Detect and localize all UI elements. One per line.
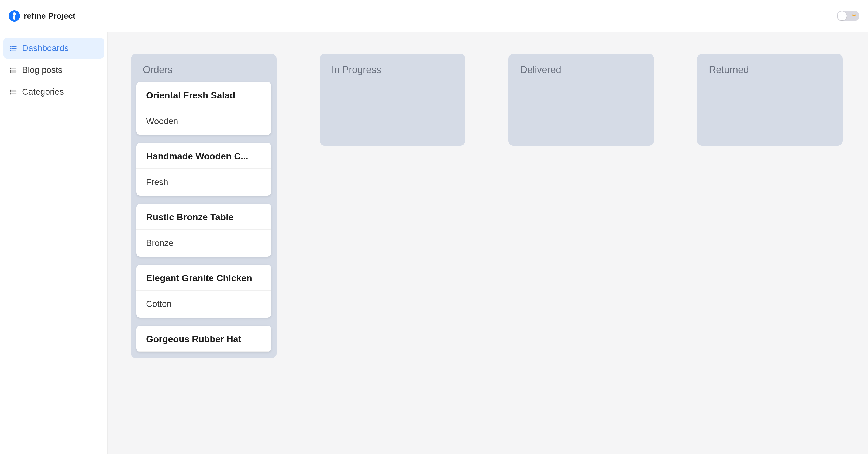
list-icon — [10, 44, 17, 52]
sidebar-item-blog-posts[interactable]: Blog posts — [3, 60, 104, 80]
sidebar-item-label: Dashboards — [22, 43, 69, 53]
app-shell: Dashboards Blog posts — [0, 32, 868, 454]
sun-icon: ☀ — [851, 12, 857, 20]
sidebar: Dashboards Blog posts — [0, 32, 108, 454]
refine-logo-icon — [9, 10, 20, 22]
app-header: refine Project ☀ — [0, 0, 868, 32]
sidebar-item-dashboards[interactable]: Dashboards — [3, 38, 104, 59]
svg-point-3 — [10, 46, 11, 47]
card-sub: Cotton — [136, 291, 271, 317]
card-title: Handmade Wooden C... — [136, 143, 271, 169]
column-title: In Progress — [325, 61, 460, 82]
column-title: Delivered — [514, 61, 649, 82]
card-title: Elegant Granite Chicken — [136, 265, 271, 291]
column-title: Returned — [703, 61, 837, 82]
column-returned[interactable]: Returned — [697, 54, 843, 146]
svg-point-10 — [10, 69, 11, 70]
card-sub: Bronze — [136, 230, 271, 256]
svg-point-16 — [10, 91, 11, 92]
svg-point-9 — [10, 68, 11, 68]
svg-point-5 — [10, 50, 11, 51]
card-sub: Fresh — [136, 169, 271, 196]
sidebar-item-label: Categories — [22, 87, 64, 97]
svg-point-15 — [10, 90, 11, 90]
card-title: Gorgeous Rubber Hat — [136, 326, 271, 352]
kanban-board: Orders Oriental Fresh Salad Wooden Handm… — [131, 54, 845, 432]
list-icon — [10, 66, 17, 74]
svg-point-4 — [10, 48, 11, 49]
board-area: Orders Oriental Fresh Salad Wooden Handm… — [108, 32, 868, 454]
svg-point-17 — [10, 93, 11, 94]
list-icon — [10, 88, 17, 96]
order-card[interactable]: Oriental Fresh Salad Wooden — [136, 82, 271, 135]
card-title: Rustic Bronze Table — [136, 204, 271, 230]
sidebar-item-categories[interactable]: Categories — [3, 82, 104, 102]
svg-point-11 — [10, 71, 11, 72]
order-card[interactable]: Elegant Granite Chicken Cotton — [136, 265, 271, 317]
order-card[interactable]: Gorgeous Rubber Hat — [136, 326, 271, 352]
column-in-progress[interactable]: In Progress — [320, 54, 465, 146]
order-card[interactable]: Rustic Bronze Table Bronze — [136, 204, 271, 256]
column-orders[interactable]: Orders Oriental Fresh Salad Wooden Handm… — [131, 54, 277, 358]
app-title: refine Project — [24, 11, 75, 21]
toggle-knob — [838, 11, 847, 21]
sidebar-item-label: Blog posts — [22, 65, 62, 75]
brand: refine Project — [9, 10, 75, 22]
theme-toggle[interactable]: ☀ — [837, 10, 859, 21]
card-title: Oriental Fresh Salad — [136, 82, 271, 108]
column-delivered[interactable]: Delivered — [508, 54, 654, 146]
card-sub: Wooden — [136, 108, 271, 135]
order-card[interactable]: Handmade Wooden C... Fresh — [136, 143, 271, 196]
column-title: Orders — [136, 61, 271, 82]
